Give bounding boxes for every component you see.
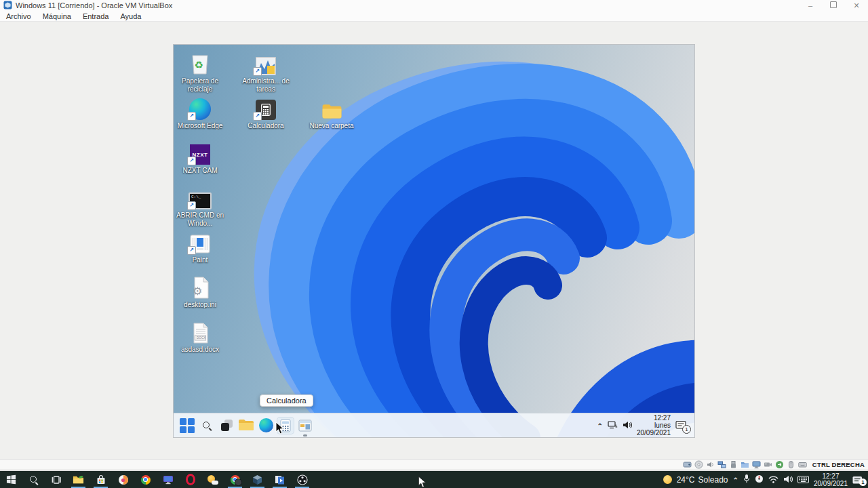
vm-taskbar-task-view-button[interactable] xyxy=(218,418,235,434)
minimize-button[interactable]: – xyxy=(806,1,815,9)
shortcut-arrow-icon: ↗ xyxy=(253,67,262,76)
status-hard-disks-icon[interactable] xyxy=(683,460,692,470)
notification-center-icon[interactable]: 1 xyxy=(852,475,863,484)
vm-taskbar-calculator-app[interactable] xyxy=(277,418,294,434)
host-taskbar-paint-3d[interactable] xyxy=(112,471,134,488)
status-shared-folders-icon[interactable] xyxy=(741,460,750,470)
host-date: 20/09/2021 xyxy=(814,480,848,487)
clock[interactable]: 12:27 20/09/2021 xyxy=(814,472,848,487)
host-taskbar-obs-studio[interactable] xyxy=(291,471,313,488)
host-taskbar-weather-app[interactable] xyxy=(201,471,224,488)
desktop-icon-docx-file[interactable]: DOCXasdasd.docx xyxy=(175,318,225,354)
shortcut-arrow-icon: ↗ xyxy=(187,157,196,165)
weather-widget[interactable]: 24°C Soleado xyxy=(677,475,728,485)
new-folder-icon xyxy=(307,94,357,120)
vm-taskbar-task-manager-app[interactable] xyxy=(297,418,313,434)
keyboard-icon[interactable] xyxy=(797,474,809,486)
microphone-icon[interactable] xyxy=(743,474,750,486)
desktop-icon-paint-shortcut[interactable]: ↗Paint xyxy=(175,228,225,264)
recorder-dial-icon[interactable] xyxy=(755,474,764,486)
host-taskbar-opera[interactable] xyxy=(179,471,201,488)
notification-center-icon[interactable]: 1 xyxy=(675,420,688,431)
desktop-icon-label: Paint xyxy=(175,256,225,264)
status-audio-icon[interactable] xyxy=(706,460,715,470)
menu-ayuda[interactable]: Ayuda xyxy=(120,12,141,20)
desktop-icon-task-manager-shortcut[interactable]: ↗Administra... de tareas xyxy=(241,49,291,94)
status-display-icon[interactable] xyxy=(752,460,762,470)
desktop-icon-label: Calculadora xyxy=(241,122,291,130)
status-mouse-icon[interactable] xyxy=(787,460,796,470)
svg-text:DOCX: DOCX xyxy=(197,336,205,340)
host-taskbar-start-button[interactable] xyxy=(0,471,22,488)
recycle-bin-icon: ♻ xyxy=(175,49,225,75)
docx-file-icon: DOCX xyxy=(175,318,225,344)
shortcut-arrow-icon: ↗ xyxy=(187,112,196,121)
window-title: Windows 11 [Corriendo] - Oracle VM Virtu… xyxy=(16,1,172,9)
host-taskbar-virtualbox[interactable] xyxy=(246,471,269,488)
status-features-icon[interactable] xyxy=(775,460,785,470)
menu-maquina[interactable]: Máquina xyxy=(43,12,71,20)
wifi-icon[interactable] xyxy=(768,474,778,486)
close-button[interactable]: ✕ xyxy=(852,1,861,10)
host-taskbar-chrome[interactable] xyxy=(134,471,157,488)
shortcut-arrow-icon: ↗ xyxy=(187,201,196,210)
nzxt-cam-shortcut-icon: NZXT↗ xyxy=(175,139,225,165)
desktop-icon-new-folder[interactable]: Nueva carpeta xyxy=(307,94,357,130)
status-keyboard-icon[interactable] xyxy=(798,460,808,470)
host-system-tray: 24°C Soleado ⌃ 12:27 20/09/2021 1 xyxy=(663,471,868,488)
vm-taskbar-start-button[interactable] xyxy=(179,418,195,434)
temperature: 24°C xyxy=(677,475,695,485)
clock[interactable]: 12:27 lunes 20/09/2021 xyxy=(637,414,671,436)
desktop-icon-label: Papelera de reciclaje xyxy=(175,77,225,94)
host-taskbar-files-app[interactable] xyxy=(67,471,90,488)
desktop-icon-label: asdasd.docx xyxy=(175,346,225,354)
status-network-icon[interactable] xyxy=(717,460,727,470)
notification-badge: 1 xyxy=(682,425,691,434)
desktop-ini-file-icon: ⚙ xyxy=(175,273,225,299)
host-taskbar-task-view-button[interactable] xyxy=(45,471,67,488)
vm-taskbar-file-explorer[interactable] xyxy=(238,418,254,434)
screen: Windows 11 [Corriendo] - Oracle VM Virtu… xyxy=(0,0,868,488)
menu-entrada[interactable]: Entrada xyxy=(83,12,109,20)
desktop-icon-label: Administra... de tareas xyxy=(241,77,291,94)
vm-time: 12:27 xyxy=(637,414,671,422)
desktop-icon-desktop-ini-file[interactable]: ⚙desktop.ini xyxy=(175,273,225,309)
status-usb-icon[interactable] xyxy=(729,460,738,470)
menu-archivo[interactable]: Archivo xyxy=(6,12,31,20)
shortcut-arrow-icon: ↗ xyxy=(253,112,262,121)
task-manager-shortcut-icon: ↗ xyxy=(241,49,291,75)
vm-taskbar-edge-browser[interactable] xyxy=(258,418,274,434)
volume-icon[interactable] xyxy=(623,420,632,432)
network-icon[interactable] xyxy=(608,420,618,432)
desktop-icon-label: Microsoft Edge xyxy=(175,122,225,130)
virtualbox-statusbar: CTRL DERECHA xyxy=(0,459,868,470)
weather-sun-icon[interactable] xyxy=(663,475,672,484)
host-taskbar-media-app[interactable] xyxy=(269,471,291,488)
desktop-icon-nzxt-cam-shortcut[interactable]: NZXT↗NZXT CAM xyxy=(175,139,225,175)
volume-icon[interactable] xyxy=(783,474,793,486)
tray-overflow-chevron-icon[interactable]: ⌃ xyxy=(597,422,603,430)
host-taskbar-search-button[interactable] xyxy=(22,471,45,488)
virtualbox-titlebar: Windows 11 [Corriendo] - Oracle VM Virtu… xyxy=(0,0,868,11)
vm-system-tray: ⌃ 12:27 lunes 20/09/2021 1 xyxy=(597,413,688,437)
host-key-label: CTRL DERECHA xyxy=(812,461,865,468)
calculator-tooltip: Calculadora xyxy=(260,394,313,407)
desktop-icon-label: NZXT CAM xyxy=(175,167,225,175)
tray-overflow-chevron-icon[interactable]: ⌃ xyxy=(733,476,738,484)
desktop-icon-calculator-shortcut[interactable]: ↗Calculadora xyxy=(241,94,291,130)
host-time: 12:27 xyxy=(814,472,848,480)
virtualbox-logo-icon xyxy=(3,1,12,11)
vm-taskbar-search-button[interactable] xyxy=(199,418,215,434)
host-taskbar-microsoft-store[interactable] xyxy=(90,471,112,488)
status-recording-icon[interactable] xyxy=(764,460,773,470)
maximize-button[interactable] xyxy=(829,1,838,9)
desktop-icon-recycle-bin[interactable]: ♻Papelera de reciclaje xyxy=(175,49,225,94)
desktop-icon-cmd-shortcut[interactable]: C:\_↗ABRIR CMD en Windo... xyxy=(175,184,225,228)
status-optical-drives-icon[interactable] xyxy=(694,460,704,470)
paint-shortcut-icon: ↗ xyxy=(175,228,225,254)
desktop-icon-label: ABRIR CMD en Windo... xyxy=(175,211,225,228)
desktop-icon-microsoft-edge[interactable]: ↗Microsoft Edge xyxy=(175,94,225,130)
notification-badge: 1 xyxy=(859,479,867,486)
host-taskbar-nzxt-cam[interactable] xyxy=(157,471,179,488)
host-taskbar-chrome-profile[interactable] xyxy=(224,471,246,488)
